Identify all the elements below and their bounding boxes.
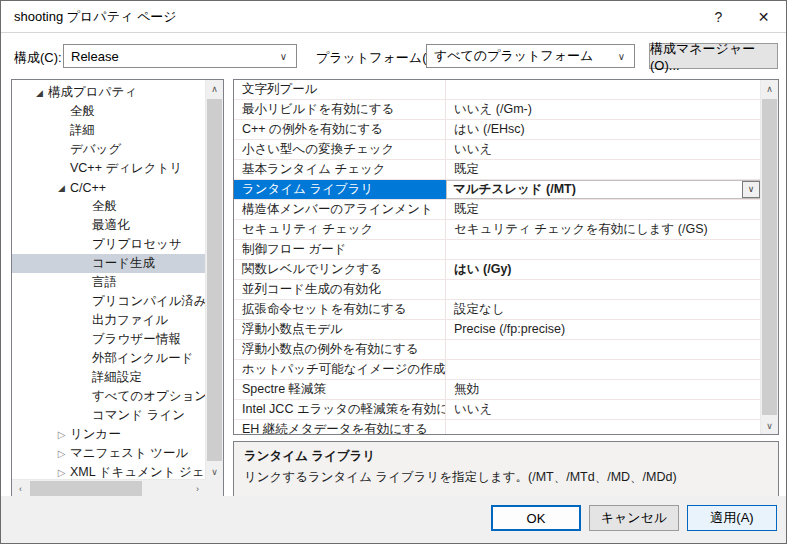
property-row-14[interactable]: ホットパッチ可能なイメージの作成 xyxy=(234,360,761,380)
tree-item-1[interactable]: 全般 xyxy=(12,102,206,121)
chevron-down-icon: ∨ xyxy=(618,51,634,62)
property-value xyxy=(446,280,761,299)
tree-item-label: C/C++ xyxy=(69,181,106,195)
tree-item-12[interactable]: 出力ファイル xyxy=(12,311,206,330)
tree-item-19[interactable]: ▷マニフェスト ツール xyxy=(12,444,206,463)
property-row-12[interactable]: 浮動小数点モデルPrecise (/fp:precise) xyxy=(234,320,761,340)
tree-item-11[interactable]: プリコンパイル済みヘッ xyxy=(12,292,206,311)
tree-item-label: デバッグ xyxy=(69,141,121,158)
tree-item-15[interactable]: 詳細設定 xyxy=(12,368,206,387)
tree-expanded-icon[interactable]: ◢ xyxy=(32,88,47,98)
tree-item-0[interactable]: ◢構成プロパティ xyxy=(12,83,206,102)
scroll-left-icon[interactable]: ‹ xyxy=(12,480,29,497)
configuration-combobox[interactable]: Release ∨ xyxy=(63,44,297,68)
tree-item-20[interactable]: ▷XML ドキュメント ジェネレー xyxy=(12,463,206,480)
tree-item-2[interactable]: 詳細 xyxy=(12,121,206,140)
property-row-9[interactable]: 関数レベルでリンクするはい (/Gy) xyxy=(234,260,761,280)
tree-collapsed-icon[interactable]: ▷ xyxy=(54,429,69,440)
tree-item-8[interactable]: プリプロセッサ xyxy=(12,235,206,254)
platform-value: すべてのプラットフォーム xyxy=(434,47,593,65)
ok-button[interactable]: OK xyxy=(491,505,581,531)
property-row-15[interactable]: Spectre 軽減策無効 xyxy=(234,380,761,400)
property-row-4[interactable]: 基本ランタイム チェック既定 xyxy=(234,160,761,180)
settings-tree-panel: ◢構成プロパティ全般詳細デバッグVC++ ディレクトリ◢C/C++全般最適化プリ… xyxy=(11,79,224,498)
property-row-1[interactable]: 最小リビルドを有効にするいいえ (/Gm-) xyxy=(234,100,761,120)
property-value: いいえ (/Gm-) xyxy=(446,100,761,119)
tree-item-label: マニフェスト ツール xyxy=(69,445,188,462)
property-row-8[interactable]: 制御フロー ガード xyxy=(234,240,761,260)
cancel-button[interactable]: キャンセル xyxy=(589,505,679,531)
property-name: セキュリティ チェック xyxy=(234,220,446,239)
property-value: 設定なし xyxy=(446,300,761,319)
property-name: Intel JCC エラッタの軽減策を有効にする xyxy=(234,400,446,419)
property-name: ホットパッチ可能なイメージの作成 xyxy=(234,360,446,379)
tree-item-10[interactable]: 言語 xyxy=(12,273,206,292)
tree-vscroll-thumb[interactable] xyxy=(207,99,222,461)
tree-item-7[interactable]: 最適化 xyxy=(12,216,206,235)
configuration-manager-button[interactable]: 構成マネージャー(O)... xyxy=(649,43,778,69)
grid-vertical-scrollbar[interactable]: ∧ ∨ xyxy=(760,80,778,434)
tree-item-label: コード生成 xyxy=(91,255,155,272)
property-name: 基本ランタイム チェック xyxy=(234,160,446,179)
tree-item-label: 詳細 xyxy=(69,122,95,139)
tree-item-label: 出力ファイル xyxy=(91,312,168,329)
tree-item-4[interactable]: VC++ ディレクトリ xyxy=(12,159,206,178)
property-grid-panel: 文字列プール最小リビルドを有効にするいいえ (/Gm-)C++ の例外を有効にす… xyxy=(233,79,779,435)
scroll-down-icon[interactable]: ∨ xyxy=(206,463,223,480)
tree-collapsed-icon[interactable]: ▷ xyxy=(54,448,69,459)
tree-item-3[interactable]: デバッグ xyxy=(12,140,206,159)
tree-horizontal-scrollbar[interactable]: ‹ › xyxy=(12,479,206,497)
apply-button[interactable]: 適用(A) xyxy=(687,505,777,531)
tree-item-18[interactable]: ▷リンカー xyxy=(12,425,206,444)
tree-item-label: 全般 xyxy=(69,103,95,120)
configuration-value: Release xyxy=(71,49,119,64)
configuration-label: 構成(C): xyxy=(14,49,62,67)
tree-hscroll-thumb[interactable] xyxy=(30,481,142,496)
property-row-0[interactable]: 文字列プール xyxy=(234,80,761,100)
property-row-16[interactable]: Intel JCC エラッタの軽減策を有効にするいいえ xyxy=(234,400,761,420)
value-dropdown-button[interactable]: ∨ xyxy=(742,181,760,198)
tree-expanded-icon[interactable]: ◢ xyxy=(54,183,69,193)
scroll-down-icon[interactable]: ∨ xyxy=(761,417,778,434)
property-name: 制御フロー ガード xyxy=(234,240,446,259)
property-name: 浮動小数点の例外を有効にする xyxy=(234,340,446,359)
scroll-up-icon[interactable]: ∧ xyxy=(761,80,778,97)
tree-item-14[interactable]: 外部インクルード xyxy=(12,349,206,368)
help-button[interactable]: ? xyxy=(696,1,741,32)
tree-item-16[interactable]: すべてのオプション xyxy=(12,387,206,406)
property-row-11[interactable]: 拡張命令セットを有効にする設定なし xyxy=(234,300,761,320)
tree-item-5[interactable]: ◢C/C++ xyxy=(12,178,206,197)
property-value: いいえ xyxy=(446,140,761,159)
property-value: 無効 xyxy=(446,380,761,399)
scroll-up-icon[interactable]: ∧ xyxy=(206,80,223,97)
grid-vscroll-thumb[interactable] xyxy=(762,99,777,415)
tree-vertical-scrollbar[interactable]: ∧ ∨ xyxy=(205,80,223,480)
description-panel: ランタイム ライブラリ リンクするランタイム ライブラリを指定します。(/MT、… xyxy=(233,441,779,498)
scrollbar-corner xyxy=(206,480,223,497)
property-row-3[interactable]: 小さい型への変換チェックいいえ xyxy=(234,140,761,160)
property-row-2[interactable]: C++ の例外を有効にするはい (/EHsc) xyxy=(234,120,761,140)
property-value-text: マルチスレッド (/MT) xyxy=(446,180,742,199)
tree-item-label: 構成プロパティ xyxy=(47,84,137,101)
property-name: EH 継続メタデータを有効にする xyxy=(234,420,446,434)
scroll-right-icon[interactable]: › xyxy=(189,480,206,497)
tree-item-label: 詳細設定 xyxy=(91,369,142,386)
platform-combobox[interactable]: すべてのプラットフォーム ∨ xyxy=(426,44,635,68)
window-title: shooting プロパティ ページ xyxy=(1,8,177,26)
property-row-17[interactable]: EH 継続メタデータを有効にする xyxy=(234,420,761,434)
property-value: はい (/Gy) xyxy=(446,260,761,279)
property-row-6[interactable]: 構造体メンバーのアラインメント既定 xyxy=(234,200,761,220)
tree-item-17[interactable]: コマンド ライン xyxy=(12,406,206,425)
close-button[interactable]: ✕ xyxy=(741,1,786,32)
property-row-5[interactable]: ランタイム ライブラリマルチスレッド (/MT)∨ xyxy=(234,180,761,200)
tree-collapsed-icon[interactable]: ▷ xyxy=(54,467,69,478)
property-value: マルチスレッド (/MT)∨ xyxy=(446,180,761,199)
tree-item-6[interactable]: 全般 xyxy=(12,197,206,216)
tree-item-9[interactable]: コード生成 xyxy=(12,254,206,273)
property-row-13[interactable]: 浮動小数点の例外を有効にする xyxy=(234,340,761,360)
tree-item-13[interactable]: ブラウザー情報 xyxy=(12,330,206,349)
property-row-10[interactable]: 並列コード生成の有効化 xyxy=(234,280,761,300)
tree-item-label: XML ドキュメント ジェネレー xyxy=(69,464,206,480)
property-row-7[interactable]: セキュリティ チェックセキュリティ チェックを有効にします (/GS) xyxy=(234,220,761,240)
property-value: セキュリティ チェックを有効にします (/GS) xyxy=(446,220,761,239)
